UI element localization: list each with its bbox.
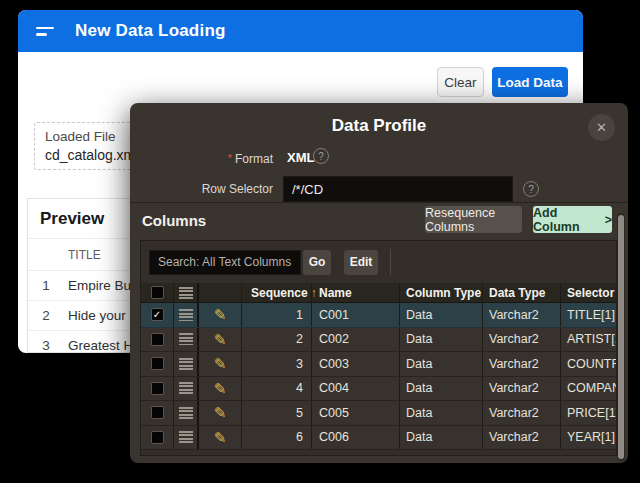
cell-selector: COUNTRY [561,352,616,376]
column-header-selector[interactable]: Selector [561,283,616,302]
page-title: New Data Loading [75,21,226,41]
grid-row[interactable]: ✓ ✎ 1 C001 Data Varchar2 TITLE[1] [141,303,616,328]
grid-row[interactable]: ✎ 5 C005 Data Varchar2 PRICE[1] [141,401,616,426]
cell-column-type: Data [400,401,483,425]
cell-data-type: Varchar2 [483,426,561,450]
preview-row-number: 3 [28,338,64,353]
preview-title-column-header: TITLE [28,248,101,262]
menu-icon[interactable] [36,27,54,36]
edit-pencil-icon[interactable]: ✎ [214,405,227,420]
clear-button[interactable]: Clear [437,67,484,97]
row-checkbox[interactable] [151,406,164,419]
preview-row-number: 2 [28,308,64,323]
row-actions-menu-icon[interactable] [179,431,193,443]
row-checkbox[interactable] [151,431,164,444]
grid-row[interactable]: ✎ 2 C002 Data Varchar2 ARTIST[1] [141,328,616,353]
columns-section-title: Columns [142,212,206,229]
row-selector-label: Row Selector [130,182,273,196]
row-actions-menu-icon[interactable] [179,407,193,419]
row-selector-input[interactable] [283,176,513,202]
cell-data-type: Varchar2 [483,401,561,425]
preview-row-title: Greatest Hit [64,338,140,353]
cell-selector: YEAR[1] [561,426,616,450]
grid-row[interactable]: ✎ 6 C006 Data Varchar2 YEAR[1] [141,426,616,451]
search-input[interactable] [149,250,301,275]
cell-selector: TITLE[1] [561,303,616,327]
format-value: XML [287,150,314,165]
go-button[interactable]: Go [303,250,331,275]
cell-selector: COMPANY [561,377,616,401]
required-asterisk: * [228,152,232,164]
cell-name: C002 [312,328,400,352]
cell-name: C005 [312,401,400,425]
edit-pencil-icon[interactable]: ✎ [214,332,227,347]
grid-row[interactable]: ✎ 3 C003 Data Varchar2 COUNTRY [141,352,616,377]
row-checkbox[interactable] [151,382,164,395]
format-help-icon[interactable]: ? [313,148,329,164]
row-actions-menu-icon[interactable] [179,358,193,370]
cell-name: C001 [312,303,400,327]
row-actions-menu-icon[interactable] [179,333,193,345]
edit-pencil-icon[interactable]: ✎ [214,356,227,371]
scrollbar-thumb[interactable] [618,215,624,459]
cell-column-type: Data [400,303,483,327]
cell-sequence: 6 [242,426,312,450]
column-header-name[interactable]: Name [312,283,400,302]
format-label: *Format [130,152,273,166]
edit-button[interactable]: Edit [344,250,378,275]
cell-sequence: 5 [242,401,312,425]
close-glyph: ✕ [596,120,607,135]
row-checkbox[interactable]: ✓ [151,308,164,321]
add-column-button[interactable]: Add Column > [533,206,612,233]
grid-row[interactable]: ✎ 4 C004 Data Varchar2 COMPANY [141,377,616,402]
cell-column-type: Data [400,328,483,352]
cell-sequence: 3 [242,352,312,376]
data-profile-modal: Data Profile ✕ *Format XML ? Row Selecto… [130,103,628,463]
cell-column-type: Data [400,352,483,376]
load-data-button[interactable]: Load Data [492,67,568,97]
edit-pencil-icon[interactable]: ✎ [214,430,227,445]
edit-pencil-icon[interactable]: ✎ [214,381,227,396]
columns-grid: Go Edit Sequence ↑ ≡ Name Column Type [140,240,617,456]
cell-sequence: 1 [242,303,312,327]
row-selector-help-icon[interactable]: ? [523,181,539,197]
edit-pencil-icon[interactable]: ✎ [214,307,227,322]
select-all-cell [141,283,174,302]
add-column-label: Add Column [533,206,600,234]
cell-selector: PRICE[1] [561,401,616,425]
row-actions-menu-icon[interactable] [179,287,193,299]
cell-sequence: 4 [242,377,312,401]
cell-data-type: Varchar2 [483,352,561,376]
preview-row-number: 1 [28,278,64,293]
row-actions-menu-icon[interactable] [179,309,193,321]
cell-column-type: Data [400,426,483,450]
scrollbar-track [617,213,625,461]
cell-data-type: Varchar2 [483,328,561,352]
close-icon[interactable]: ✕ [588,114,615,141]
cell-column-type: Data [400,377,483,401]
column-header-sequence[interactable]: Sequence ↑ ≡ [242,283,312,302]
cell-selector: ARTIST[1] [561,328,616,352]
header-menu-cell [174,283,199,302]
row-checkbox[interactable] [151,333,164,346]
modal-title: Data Profile [130,116,628,136]
cell-data-type: Varchar2 [483,303,561,327]
header-edit-cell [199,283,242,302]
cell-sequence: 2 [242,328,312,352]
toolbar-divider [390,249,391,275]
row-checkbox[interactable] [151,357,164,370]
column-header-column-type[interactable]: Column Type [400,283,483,302]
cell-name: C004 [312,377,400,401]
grid-header-row: Sequence ↑ ≡ Name Column Type Data Type … [141,283,616,303]
grid-searchbar: Go Edit [141,241,616,283]
cell-name: C003 [312,352,400,376]
row-actions-menu-icon[interactable] [179,382,193,394]
select-all-checkbox[interactable] [151,286,164,299]
cell-name: C006 [312,426,400,450]
chevron-right-icon: > [605,213,612,227]
column-header-data-type[interactable]: Data Type [483,283,561,302]
cell-data-type: Varchar2 [483,377,561,401]
resequence-columns-button[interactable]: Resequence Columns [425,206,522,233]
section-divider [130,202,628,203]
screen: New Data Loading Clear Load Data Loaded … [0,0,640,483]
